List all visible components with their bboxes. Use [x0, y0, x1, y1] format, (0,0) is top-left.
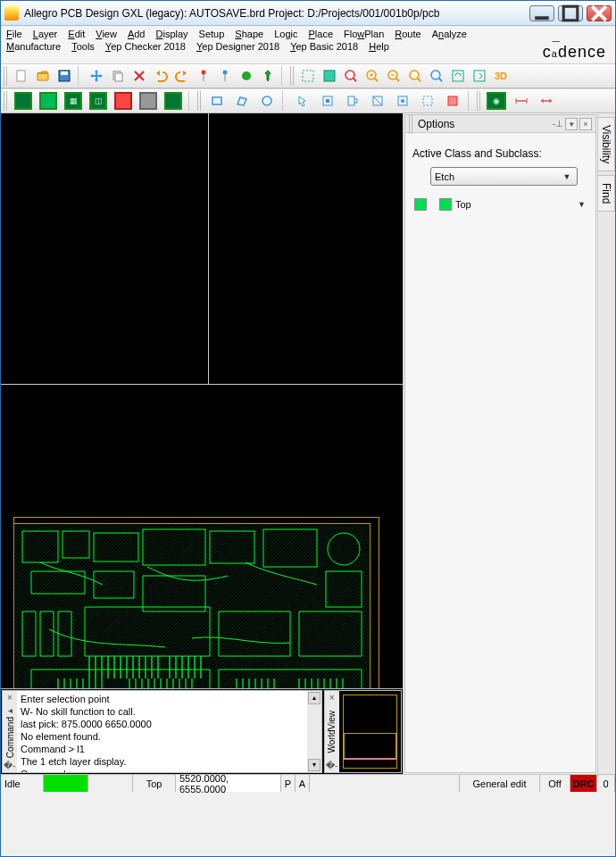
pin-icon[interactable] — [258, 66, 278, 86]
zoom-window-icon[interactable] — [298, 66, 318, 86]
status-coords[interactable]: 5520.0000, 6555.0000 — [176, 775, 281, 792]
delete-icon[interactable] — [129, 66, 149, 86]
save-icon[interactable] — [54, 66, 74, 86]
move-icon[interactable] — [87, 66, 106, 86]
worldview-canvas[interactable] — [339, 691, 401, 772]
open-icon[interactable] — [33, 66, 53, 86]
view-green-icon[interactable] — [470, 66, 489, 86]
menu-display[interactable]: Display — [156, 28, 188, 40]
view-3d-icon[interactable]: 3D — [491, 66, 511, 86]
marker-blue-icon[interactable] — [215, 66, 235, 86]
zoom-select-icon[interactable] — [427, 66, 446, 86]
zoom-fit-icon[interactable] — [320, 66, 339, 86]
edit-shape-4-icon[interactable] — [391, 90, 414, 112]
menu-logic[interactable]: Logic — [274, 28, 297, 40]
menu-yep-designer[interactable]: Yep Designer 2018 — [196, 40, 279, 53]
panel-close-icon[interactable]: × — [579, 118, 592, 130]
add-circle-icon[interactable] — [255, 90, 279, 112]
svg-point-11 — [202, 71, 206, 75]
maximize-button[interactable] — [558, 5, 583, 21]
zoom-in-red-icon[interactable] — [341, 66, 361, 86]
close-icon[interactable]: × — [329, 693, 335, 703]
tab-visibility[interactable]: Visibility — [598, 117, 615, 171]
pin-icon[interactable]: �-⁠ — [326, 761, 337, 770]
menu-help[interactable]: Help — [369, 40, 389, 53]
menu-layer[interactable]: Layer — [33, 28, 58, 40]
tab-find[interactable]: Find — [598, 175, 615, 212]
command-scrollbar[interactable]: ▴ ▾ — [307, 691, 321, 772]
zoom-out-icon[interactable] — [384, 66, 404, 86]
command-log[interactable]: Enter selection point W- No skill functi… — [17, 691, 307, 772]
panel-menu-icon[interactable]: ▾ — [565, 118, 578, 130]
marker-green-icon[interactable] — [237, 66, 256, 86]
status-layer[interactable]: Top — [133, 775, 176, 792]
marker-red-icon[interactable] — [194, 66, 213, 86]
new-icon[interactable] — [12, 66, 31, 86]
toolbar-grip[interactable] — [4, 66, 8, 86]
dim-ext-icon[interactable] — [535, 90, 558, 112]
edit-shape-1-icon[interactable] — [316, 90, 339, 112]
scroll-up-icon[interactable]: ▴ — [308, 692, 320, 704]
dim-h-icon[interactable] — [510, 90, 533, 112]
shape-tool-3[interactable]: ▦ — [62, 90, 85, 112]
menu-setup[interactable]: Setup — [199, 28, 225, 40]
toolbar-grip[interactable] — [290, 66, 295, 86]
zoom-prev-icon[interactable] — [405, 66, 425, 86]
pin-icon[interactable]: ⁠-⁠⊥ — [553, 119, 563, 129]
menu-view[interactable]: View — [96, 28, 117, 40]
toolbar-grip[interactable] — [4, 91, 8, 111]
class-dropdown[interactable]: Etch ▼ — [430, 167, 578, 186]
shape-tool-1[interactable] — [12, 90, 35, 112]
redo-icon[interactable] — [172, 66, 192, 86]
zoom-in-icon[interactable] — [362, 66, 382, 86]
menu-analyze[interactable]: Analyze — [432, 28, 467, 40]
menu-manufacture[interactable]: Manufacture — [6, 40, 61, 53]
menu-yep-checker[interactable]: Yep Checker 2018 — [105, 40, 186, 53]
menu-place[interactable]: Place — [308, 28, 333, 40]
edit-shape-3-icon[interactable] — [366, 90, 389, 112]
pin-icon[interactable]: �-⁠ — [4, 761, 15, 770]
copy-icon[interactable] — [108, 66, 128, 86]
select-icon[interactable] — [291, 90, 314, 112]
redraw-icon[interactable] — [448, 66, 468, 86]
arrow-left-icon[interactable]: ◂ — [8, 705, 12, 715]
edit-shape-2-icon[interactable] — [341, 90, 364, 112]
minimize-button[interactable] — [529, 5, 554, 21]
toolbar-grip[interactable] — [197, 91, 202, 111]
svg-rect-42 — [448, 96, 457, 105]
menu-yep-basic[interactable]: Yep Basic 2018 — [290, 40, 358, 53]
edit-shape-6-icon[interactable] — [441, 90, 464, 112]
menu-edit[interactable]: Edit — [68, 28, 85, 40]
status-edit-mode[interactable]: General edit — [460, 775, 540, 792]
panel-grip[interactable] — [409, 114, 414, 134]
place-tool-icon[interactable]: ◉ — [485, 90, 508, 112]
undo-icon[interactable] — [151, 66, 171, 86]
status-a[interactable]: A — [296, 775, 310, 792]
shape-tool-4[interactable]: ◫ — [87, 90, 110, 112]
close-button[interactable] — [587, 5, 612, 21]
menu-file[interactable]: File — [6, 28, 22, 40]
menu-add[interactable]: Add — [128, 28, 146, 40]
add-rect-icon[interactable] — [205, 90, 229, 112]
visibility-swatch[interactable] — [414, 198, 427, 211]
shape-tool-7[interactable] — [162, 90, 185, 112]
shape-tool-2[interactable] — [37, 90, 60, 112]
chevron-down-icon: ▼ — [561, 172, 573, 181]
subclass-dropdown[interactable]: Top ▼ — [455, 199, 588, 210]
status-drc[interactable]: DRC — [570, 775, 597, 792]
menu-tools[interactable]: Tools — [71, 40, 95, 53]
color-swatch[interactable] — [439, 198, 452, 211]
toolbar-grip[interactable] — [477, 91, 481, 111]
status-drc-state[interactable]: Off — [540, 775, 570, 792]
shape-tool-5[interactable] — [112, 90, 135, 112]
close-icon[interactable]: × — [7, 693, 12, 703]
shape-tool-6[interactable] — [137, 90, 160, 112]
menu-flowplan[interactable]: FlowPlan — [344, 28, 384, 40]
menu-route[interactable]: Route — [395, 28, 420, 40]
menu-shape[interactable]: Shape — [235, 28, 263, 40]
status-p[interactable]: P — [281, 775, 296, 792]
edit-shape-5-icon[interactable] — [416, 90, 439, 112]
design-canvas[interactable] — [1, 113, 403, 688]
scroll-down-icon[interactable]: ▾ — [308, 759, 320, 771]
add-poly-icon[interactable] — [230, 90, 254, 112]
